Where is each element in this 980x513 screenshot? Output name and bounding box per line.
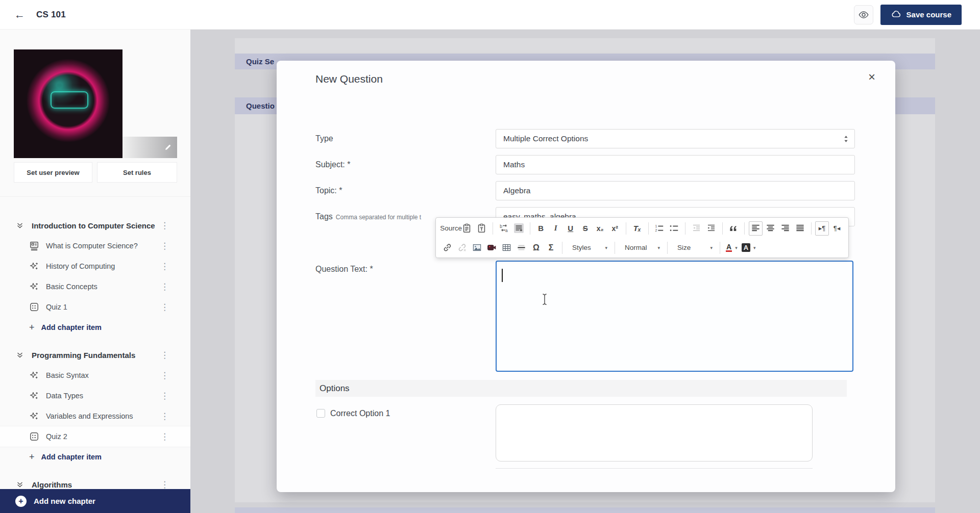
cover-edit-strip[interactable]	[122, 137, 177, 158]
chapter-header[interactable]: Programming Fundamentals⋮	[15, 345, 171, 365]
back-arrow-icon[interactable]: ←	[14, 9, 25, 21]
kebab-menu-icon[interactable]: ⋮	[158, 220, 171, 231]
image-button[interactable]	[470, 241, 484, 255]
horizontal-rule-button[interactable]	[514, 241, 528, 255]
ltr-button[interactable]: ▸¶	[815, 221, 829, 236]
bg-color-button[interactable]: A▾	[740, 241, 757, 255]
size-dropdown-button[interactable]: Size▾	[672, 241, 716, 255]
pencil-icon	[164, 143, 172, 151]
toolbar-separator	[720, 242, 720, 254]
video-button[interactable]	[485, 241, 499, 255]
kebab-menu-icon[interactable]: ⋮	[158, 431, 171, 442]
set-rules-button[interactable]: Set rules	[97, 162, 177, 183]
blockquote-button[interactable]	[726, 221, 740, 236]
chapter-item[interactable]: Quiz 2⋮	[0, 426, 190, 447]
special-char-button[interactable]: Ω	[529, 241, 543, 255]
correct-option-1-checkbox[interactable]	[316, 409, 325, 418]
select-all-button[interactable]	[512, 221, 526, 236]
chapter-item-label: Quiz 1	[46, 303, 158, 311]
indent-button[interactable]	[704, 221, 718, 236]
chapter-item-label: History of Computing	[46, 262, 158, 270]
toolbar-separator	[667, 242, 668, 254]
kebab-menu-icon[interactable]: ⋮	[158, 391, 171, 401]
chapter-item-label: Quiz 2	[46, 432, 158, 441]
format-dropdown-button[interactable]: Normal▾	[619, 241, 663, 255]
align-center-button[interactable]	[764, 221, 777, 236]
chapter-item-label: Basic Concepts	[46, 283, 158, 291]
kebab-menu-icon[interactable]: ⋮	[158, 302, 171, 313]
table-button[interactable]	[500, 241, 513, 255]
kebab-menu-icon[interactable]: ⋮	[158, 350, 171, 361]
source-button[interactable]: Source	[440, 221, 459, 236]
math-button[interactable]: Σ	[544, 241, 558, 255]
bulleted-list-button[interactable]	[667, 221, 681, 236]
underline-button[interactable]: U	[564, 221, 577, 236]
chapter-header[interactable]: Introduction to Computer Science⋮	[15, 215, 171, 236]
modal-title: New Question	[315, 73, 383, 85]
subscript-button[interactable]: x₂	[593, 221, 607, 236]
italic-button[interactable]: I	[549, 221, 562, 236]
quiz-icon	[29, 431, 39, 442]
underline-icon: U	[568, 224, 573, 232]
align-justify-button[interactable]	[793, 221, 807, 236]
chapter-item-label: What is Computer Science?	[46, 242, 158, 250]
kebab-menu-icon[interactable]: ⋮	[158, 261, 171, 272]
bold-button[interactable]: B	[534, 221, 548, 236]
styles-dropdown-button[interactable]: Styles▾	[567, 241, 610, 255]
kebab-menu-icon[interactable]: ⋮	[158, 411, 171, 422]
text-color-button[interactable]: A▾	[724, 241, 739, 255]
course-cover-image	[14, 49, 122, 158]
replace-button[interactable]: ba	[497, 221, 511, 236]
paste-text-button[interactable]	[475, 221, 488, 236]
ltr-icon: ▸¶	[819, 225, 826, 232]
paste-button[interactable]	[460, 221, 474, 236]
chapter-item[interactable]: Basic Syntax⋮	[15, 365, 171, 386]
subject-label: Subject: *	[315, 160, 350, 169]
set-user-preview-button[interactable]: Set user preview	[14, 162, 92, 183]
question-text-editor[interactable]	[496, 261, 853, 372]
chapter-item[interactable]: Variables and Expressions⋮	[15, 406, 171, 426]
chapter-header[interactable]: Algorithms⋮	[15, 474, 171, 489]
rtl-button[interactable]: ¶◂	[830, 221, 844, 236]
chapter-item[interactable]: Data Types⋮	[15, 386, 171, 406]
chapter-item[interactable]: What is Computer Science?⋮	[15, 236, 171, 256]
kebab-menu-icon[interactable]: ⋮	[158, 281, 171, 292]
align-right-button[interactable]	[778, 221, 792, 236]
link-button[interactable]	[440, 241, 454, 255]
remove-format-button[interactable]: Tₓ	[630, 221, 644, 236]
strike-button[interactable]: S	[578, 221, 592, 236]
close-icon[interactable]: ×	[864, 69, 880, 85]
link-icon	[443, 243, 452, 252]
sparkle-icon	[29, 411, 39, 421]
chapter-item[interactable]: Basic Concepts⋮	[15, 276, 171, 297]
kebab-menu-icon[interactable]: ⋮	[158, 479, 171, 490]
preview-eye-button[interactable]	[854, 5, 873, 24]
chapter-title: Introduction to Computer Science	[32, 221, 158, 230]
blockquote-icon	[728, 223, 738, 233]
add-new-chapter-button[interactable]: + Add new chapter	[0, 489, 190, 513]
caret-down-icon: ▾	[710, 245, 713, 250]
outdent-button	[690, 221, 703, 236]
remove-format-icon: Tₓ	[633, 224, 641, 232]
save-course-button[interactable]: Save course	[880, 5, 962, 25]
main-area: Quiz Se Questio New Question × Type Mult…	[190, 30, 980, 513]
add-chapter-item-label: Add chapter item	[41, 453, 102, 461]
option-1-text-editor[interactable]	[496, 404, 813, 461]
superscript-button[interactable]: x²	[608, 221, 622, 236]
topic-input[interactable]	[496, 181, 855, 200]
sparkle-icon	[29, 391, 39, 401]
chapter-item[interactable]: Quiz 1⋮	[15, 297, 171, 317]
subject-input[interactable]	[496, 155, 855, 174]
horizontal-rule-icon	[517, 243, 526, 252]
kebab-menu-icon[interactable]: ⋮	[158, 370, 171, 381]
italic-icon: I	[554, 224, 557, 232]
numbered-list-button[interactable]: 12	[652, 221, 666, 236]
new-question-modal: New Question × Type Multiple Correct Opt…	[277, 61, 895, 492]
type-select[interactable]: Multiple Correct Options	[496, 129, 855, 148]
align-left-button[interactable]	[749, 221, 763, 236]
add-chapter-item-button[interactable]: +Add chapter item	[15, 317, 171, 338]
paste-icon	[462, 223, 472, 233]
kebab-menu-icon[interactable]: ⋮	[158, 241, 171, 251]
chapter-item[interactable]: History of Computing⋮	[15, 256, 171, 276]
add-chapter-item-button[interactable]: +Add chapter item	[15, 447, 171, 467]
